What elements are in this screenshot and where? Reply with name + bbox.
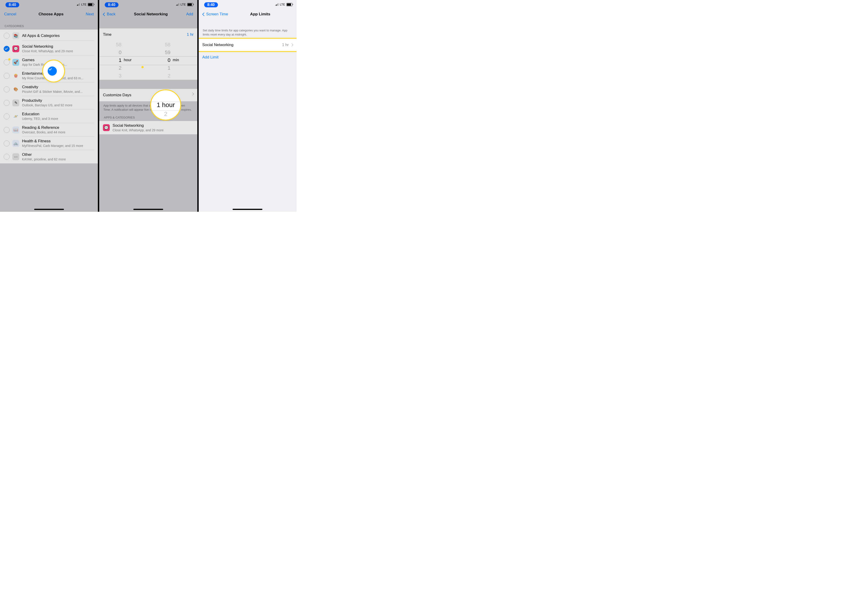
battery-icon [187, 3, 193, 6]
checkbox[interactable] [4, 33, 9, 39]
limits-note: App limits apply to all devices that are… [99, 101, 197, 114]
back-button[interactable]: Screen Time [203, 12, 228, 17]
category-icon: 📖 [13, 127, 19, 134]
category-row[interactable]: ✎ProductivityOutlook, Barclays US, and 9… [0, 96, 98, 110]
checkbox[interactable] [4, 46, 9, 52]
category-row[interactable]: 💬Social NetworkingClose Knit, WhatsApp, … [0, 42, 98, 55]
time-pill: 8:40 [204, 2, 218, 7]
checkbox[interactable] [4, 127, 9, 133]
checkbox[interactable] [4, 100, 9, 106]
chevron-right-icon [191, 92, 194, 96]
carrier-label: LTE [280, 3, 285, 6]
limit-title: Social Networking [202, 42, 234, 47]
nav-bar: Screen Time App Limits [199, 9, 297, 19]
signal-icon [76, 3, 80, 6]
callout-checkmark [43, 61, 64, 82]
category-row[interactable]: 📚All Apps & Categories [0, 30, 98, 42]
add-button[interactable]: Add [186, 12, 193, 17]
category-sub: Overcast, Books, and 44 more [22, 130, 94, 134]
category-icon: 📚 [13, 32, 19, 39]
chevron-left-icon [103, 13, 107, 16]
category-row[interactable]: 🪐EducationUdemy, TED, and 3 more [0, 110, 98, 123]
screen-time-picker: 8:40 LTE Back Social Networking Add Time… [99, 0, 197, 212]
signal-icon [275, 3, 278, 6]
category-title: Health & Fitness [22, 139, 94, 143]
category-sub: Close Knit, WhatsApp, and 29 more [22, 49, 94, 53]
time-row[interactable]: Time 1 hr [99, 28, 197, 41]
checkbox[interactable] [4, 73, 9, 79]
apps-header: APPS & CATEGORIES [99, 114, 197, 121]
next-button[interactable]: Next [86, 12, 94, 17]
nav-bar: Cancel Choose Apps Next [0, 9, 98, 19]
categories-header: CATEGORIES [0, 19, 98, 30]
carrier-label: LTE [81, 3, 86, 6]
limits-description: Set daily time limits for app categories… [199, 19, 297, 39]
battery-icon [286, 3, 292, 6]
time-label: Time [103, 32, 112, 37]
cancel-button[interactable]: Cancel [4, 12, 16, 17]
checkbox[interactable] [4, 86, 9, 92]
customize-label: Customize Days [103, 93, 131, 97]
time-value: 1 hr [187, 32, 193, 37]
home-indicator [233, 209, 263, 210]
carrier-label: LTE [181, 3, 186, 6]
app-title: Social Networking [113, 123, 193, 128]
limit-row-social[interactable]: Social Networking 1 hr [199, 39, 297, 51]
app-sub: Close Knit, WhatsApp, and 29 more [113, 128, 193, 132]
highlight-dot [8, 58, 11, 61]
category-sub: Outlook, Barclays US, and 92 more [22, 103, 94, 107]
category-icon: 🚲 [13, 140, 19, 147]
limit-value: 1 hr [282, 42, 289, 47]
category-row[interactable]: 📖Reading & ReferenceOvercast, Books, and… [0, 123, 98, 137]
chevron-right-icon [290, 43, 293, 47]
category-sub: PicsArt GIF & Sticker Maker, iMovie, and… [22, 90, 94, 93]
chevron-left-icon [202, 13, 206, 16]
social-icon: 💬 [103, 124, 110, 131]
category-icon: ⋯ [13, 153, 19, 160]
time-pill: 8:40 [105, 2, 118, 7]
nav-title: App Limits [250, 12, 270, 17]
screen-choose-apps: 8:40 LTE Cancel Choose Apps Next CATEGOR… [0, 0, 98, 212]
category-icon: 🪐 [13, 113, 19, 120]
callout-hour: 1 hour 2 [151, 90, 180, 119]
time-picker[interactable]: 57 58 0 1 2 3 4 hour 58 59 0 1 2 3 min [99, 41, 197, 80]
signal-icon [176, 3, 179, 6]
category-icon: 🍿 [13, 72, 19, 79]
status-bar: 8:40 LTE [0, 0, 98, 9]
add-limit-button[interactable]: Add Limit [199, 51, 297, 63]
category-title: Reading & Reference [22, 125, 94, 130]
category-title: Productivity [22, 98, 94, 103]
checkbox[interactable] [4, 154, 9, 160]
customize-days-row[interactable]: Customize Days [99, 89, 197, 101]
category-row[interactable]: ⋯OtherKAYAK, priceline, and 62 more [0, 150, 98, 163]
category-title: Education [22, 112, 94, 116]
category-icon: 🎨 [13, 86, 19, 93]
category-title: Creativity [22, 85, 94, 90]
status-bar: 8:40 LTE [99, 0, 197, 9]
back-button[interactable]: Back [103, 12, 115, 17]
home-indicator [134, 209, 163, 210]
min-unit: min [173, 58, 179, 62]
category-sub: Udemy, TED, and 3 more [22, 117, 94, 121]
category-row[interactable]: 🚲Health & FitnessMyFitnessPal, Carb Mana… [0, 137, 98, 150]
nav-title: Choose Apps [38, 12, 63, 17]
home-indicator [34, 209, 64, 210]
add-limit-label: Add Limit [202, 55, 219, 59]
category-row[interactable]: 🎨CreativityPicsArt GIF & Sticker Maker, … [0, 83, 98, 96]
category-sub: KAYAK, priceline, and 62 more [22, 157, 94, 161]
category-title: All Apps & Categories [22, 33, 94, 38]
status-bar: 8:40 LTE [199, 0, 297, 9]
checkbox[interactable] [4, 140, 9, 146]
category-icon: 💬 [13, 46, 19, 52]
category-icon: 🚀 [13, 59, 19, 66]
category-sub: MyFitnessPal, Carb Manager, and 15 more [22, 144, 94, 148]
category-title: Other [22, 152, 94, 157]
hour-unit: hour [124, 58, 132, 62]
battery-icon [88, 3, 94, 6]
nav-bar: Back Social Networking Add [99, 9, 197, 19]
nav-title: Social Networking [134, 12, 168, 17]
app-row-social[interactable]: 💬 Social Networking Close Knit, WhatsApp… [99, 121, 197, 134]
category-title: Social Networking [22, 44, 94, 49]
screen-app-limits: 8:40 LTE Screen Time App Limits Set dail… [199, 0, 297, 212]
checkbox[interactable] [4, 113, 9, 119]
